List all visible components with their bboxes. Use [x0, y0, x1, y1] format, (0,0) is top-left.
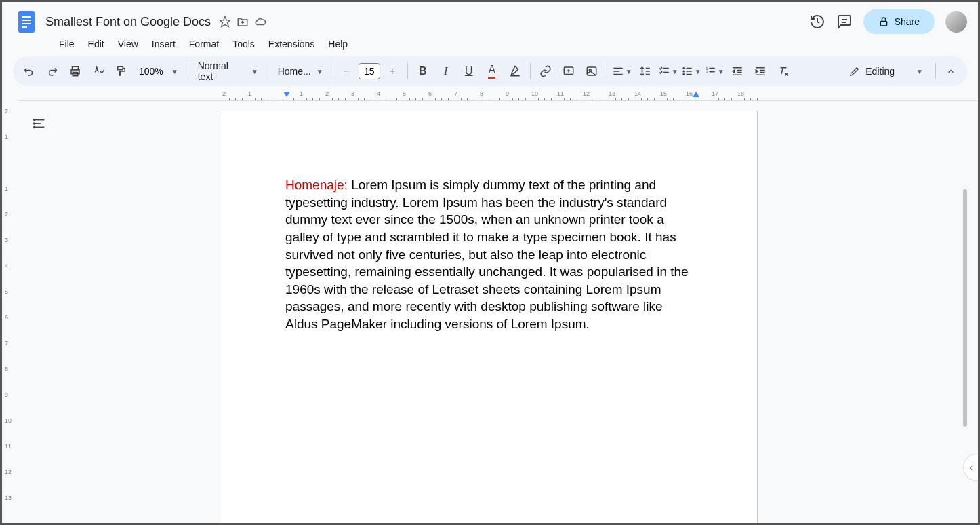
- outline-button[interactable]: [32, 116, 47, 131]
- horizontal-ruler[interactable]: 21123456789101112131415161718: [19, 90, 978, 101]
- cloud-icon[interactable]: [254, 16, 266, 28]
- docs-logo[interactable]: [13, 8, 40, 35]
- svg-point-44: [34, 127, 35, 128]
- chevron-down-icon: ▼: [171, 68, 178, 75]
- toolbar: 100% ▼ Normal text ▼ Home... ▼ − + B I U…: [13, 56, 967, 86]
- bullet-list-button[interactable]: ▼: [680, 60, 702, 82]
- svg-marker-38: [693, 92, 699, 97]
- increase-indent-button[interactable]: [750, 60, 771, 82]
- numbered-list-button[interactable]: 12▼: [703, 60, 725, 82]
- text-cursor: [590, 317, 590, 331]
- document-title[interactable]: Smallest Font on Google Docs: [45, 15, 211, 29]
- undo-button[interactable]: [18, 60, 40, 82]
- svg-point-20: [683, 71, 685, 72]
- svg-text:2: 2: [706, 70, 708, 74]
- svg-point-42: [34, 119, 35, 121]
- comment-icon[interactable]: [836, 14, 853, 30]
- increase-font-button[interactable]: +: [382, 60, 403, 82]
- lock-icon: [878, 16, 889, 27]
- spellcheck-button[interactable]: [87, 60, 109, 82]
- chevron-down-icon: ▼: [251, 68, 258, 75]
- insert-image-button[interactable]: [581, 60, 603, 82]
- svg-rect-3: [22, 23, 31, 24]
- svg-marker-37: [283, 92, 290, 97]
- menu-extensions[interactable]: Extensions: [263, 36, 320, 52]
- link-button[interactable]: [535, 60, 556, 82]
- decrease-indent-button[interactable]: [727, 60, 748, 82]
- paint-format-button[interactable]: [110, 60, 132, 82]
- checklist-button[interactable]: ▼: [657, 60, 679, 82]
- add-comment-button[interactable]: [558, 60, 579, 82]
- align-button[interactable]: ▼: [611, 60, 633, 82]
- page[interactable]: Homenaje: Lorem Ipsum is simply dummy te…: [220, 111, 758, 525]
- star-icon[interactable]: [219, 16, 231, 28]
- font-select[interactable]: Home... ▼: [272, 63, 327, 79]
- menu-edit[interactable]: Edit: [83, 36, 110, 52]
- document-body[interactable]: Homenaje: Lorem Ipsum is simply dummy te…: [285, 176, 692, 333]
- move-icon[interactable]: [237, 16, 249, 28]
- menu-help[interactable]: Help: [323, 36, 353, 52]
- menu-bar: File Edit View Insert Format Tools Exten…: [13, 36, 967, 56]
- chevron-down-icon: ▼: [916, 68, 923, 75]
- svg-point-21: [683, 74, 685, 75]
- chevron-down-icon: ▼: [317, 68, 323, 75]
- vertical-scrollbar[interactable]: [963, 189, 967, 427]
- svg-rect-2: [22, 20, 31, 21]
- menu-view[interactable]: View: [113, 36, 144, 52]
- text-color-button[interactable]: A: [481, 60, 503, 82]
- menu-format[interactable]: Format: [184, 36, 224, 52]
- zoom-select[interactable]: 100% ▼: [134, 63, 184, 79]
- menu-file[interactable]: File: [54, 36, 80, 52]
- svg-rect-12: [118, 66, 123, 70]
- decrease-font-button[interactable]: −: [335, 60, 357, 82]
- underline-button[interactable]: U: [458, 60, 480, 82]
- svg-marker-5: [220, 17, 230, 27]
- clear-formatting-button[interactable]: [773, 60, 794, 82]
- menu-insert[interactable]: Insert: [146, 36, 181, 52]
- svg-rect-0: [18, 11, 35, 33]
- highlight-button[interactable]: [504, 60, 526, 82]
- history-icon[interactable]: [809, 14, 825, 30]
- svg-point-43: [34, 123, 35, 124]
- style-select[interactable]: Normal text ▼: [192, 58, 264, 85]
- svg-rect-1: [22, 16, 31, 18]
- body-text: Lorem Ipsum is simply dummy text of the …: [285, 178, 689, 331]
- collapse-toolbar-button[interactable]: [940, 60, 962, 82]
- editing-mode-button[interactable]: Editing ▼: [841, 62, 931, 81]
- svg-rect-8: [880, 21, 886, 26]
- share-button[interactable]: Share: [863, 9, 935, 34]
- highlight-text: Homenaje:: [285, 178, 348, 192]
- redo-button[interactable]: [41, 60, 63, 82]
- italic-button[interactable]: I: [435, 60, 457, 82]
- bold-button[interactable]: B: [412, 60, 434, 82]
- pencil-icon: [849, 66, 860, 77]
- share-label: Share: [895, 16, 920, 27]
- font-size-input[interactable]: [359, 63, 380, 79]
- svg-point-19: [683, 68, 685, 69]
- svg-rect-4: [22, 26, 27, 28]
- print-button[interactable]: [64, 60, 86, 82]
- menu-tools[interactable]: Tools: [227, 36, 260, 52]
- avatar[interactable]: [945, 11, 967, 33]
- canvas[interactable]: Homenaje: Lorem Ipsum is simply dummy te…: [14, 101, 978, 525]
- vertical-ruler[interactable]: 2112345678910111213: [2, 101, 14, 525]
- line-spacing-button[interactable]: [634, 60, 656, 82]
